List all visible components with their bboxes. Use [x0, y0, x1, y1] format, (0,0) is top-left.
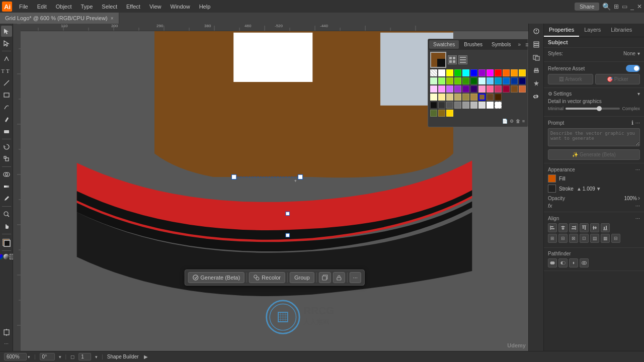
recolor-button[interactable]: Recolor: [249, 272, 285, 283]
more-tools[interactable]: ···: [1, 338, 12, 349]
swatch-color[interactable]: [495, 69, 502, 76]
swatch-color[interactable]: [511, 85, 518, 93]
scale-tool[interactable]: [1, 153, 12, 164]
dist-right-btn[interactable]: ⊠: [569, 234, 578, 243]
swatch-color[interactable]: [511, 77, 518, 84]
current-color-swatch[interactable]: [430, 52, 446, 68]
swatch-color[interactable]: [478, 94, 486, 101]
stroke-down-icon[interactable]: ▼: [596, 186, 601, 192]
align-panel-icon[interactable]: [531, 65, 542, 76]
tab-layers[interactable]: Layers: [579, 24, 606, 37]
dist-left-btn[interactable]: ⊞: [548, 234, 557, 243]
lock-button[interactable]: [333, 272, 345, 283]
type-tool[interactable]: T T: [1, 65, 12, 76]
swatch-color[interactable]: [446, 77, 453, 84]
active-tab[interactable]: Grid Logo* @ 600 % (RGB/CPU Preview) ×: [0, 13, 119, 24]
tab-properties[interactable]: Properties: [544, 24, 579, 37]
swatch-color[interactable]: [470, 77, 477, 84]
dist-center-h-btn[interactable]: ⊟: [558, 234, 568, 243]
swatch-color[interactable]: [487, 94, 494, 101]
swatch-color[interactable]: [438, 77, 445, 84]
swatch-color[interactable]: [519, 85, 526, 93]
artboard-tool[interactable]: [1, 327, 12, 338]
swatch-list-btn[interactable]: ≡: [522, 119, 525, 124]
swatch-color[interactable]: [478, 102, 486, 109]
bottom-arrow-icon[interactable]: ▶: [144, 354, 148, 359]
panel-icon[interactable]: ▭: [622, 3, 627, 10]
rotation-dropdown-icon[interactable]: ▾: [59, 354, 61, 359]
rotation-input[interactable]: 0°: [40, 353, 55, 360]
stroke-color[interactable]: [4, 240, 11, 247]
swatch-color[interactable]: [430, 85, 437, 93]
swatch-color[interactable]: [519, 69, 526, 76]
dist-center-v-btn[interactable]: ▤: [590, 234, 599, 243]
swatch-color[interactable]: [430, 94, 437, 101]
group-button[interactable]: Group: [290, 272, 314, 283]
search-icon[interactable]: 🔍: [602, 3, 611, 11]
swatch-color[interactable]: [438, 110, 445, 117]
swatch-grid-view[interactable]: [448, 55, 457, 64]
properties-icon[interactable]: [531, 26, 542, 37]
shape-builder-tool[interactable]: [1, 169, 12, 180]
menu-type[interactable]: Type: [77, 3, 97, 11]
swatch-color[interactable]: [478, 69, 486, 76]
brush-tool[interactable]: [1, 102, 12, 113]
styles-dropdown-icon[interactable]: ▾: [637, 51, 640, 56]
menu-help[interactable]: Help: [195, 3, 215, 11]
align-bottom-btn[interactable]: [601, 223, 610, 232]
swatches-tab-symbols[interactable]: Symbols: [488, 40, 515, 49]
zoom-dropdown-icon[interactable]: ▾: [28, 354, 30, 359]
swatch-color[interactable]: [430, 110, 437, 117]
swatch-color[interactable]: [446, 94, 453, 101]
swatch-add-btn[interactable]: 📄: [502, 119, 508, 124]
menu-select[interactable]: Select: [98, 3, 121, 11]
align-left-btn[interactable]: [548, 223, 557, 232]
artwork-button[interactable]: 🖼 Artwork: [548, 74, 593, 84]
eyedropper-tool[interactable]: [1, 193, 12, 204]
prompt-more-icon[interactable]: ···: [635, 120, 640, 126]
swatch-color[interactable]: [446, 85, 453, 93]
swatch-color[interactable]: [487, 85, 494, 93]
tab-close-button[interactable]: ×: [111, 16, 114, 21]
pf-intersect-btn[interactable]: [569, 258, 578, 267]
align-top-btn[interactable]: [580, 223, 589, 232]
artboard-dropdown-icon[interactable]: ▾: [95, 354, 98, 359]
menu-file[interactable]: File: [15, 3, 32, 11]
picker-button[interactable]: 🎯 Picker: [595, 74, 640, 84]
swatch-color[interactable]: [430, 77, 437, 84]
opacity-arrow-icon[interactable]: ›: [638, 195, 640, 202]
canvas-content[interactable]: + RRCG 人人素画 Swatches: [21, 31, 528, 351]
artboard-input[interactable]: 1: [78, 353, 91, 360]
zoom-control[interactable]: 600% ▾: [4, 353, 30, 360]
swatch-color[interactable]: [495, 85, 502, 93]
swatches-tab-brushes[interactable]: Brushes: [460, 40, 487, 49]
menu-edit[interactable]: Edit: [33, 3, 51, 11]
swatch-color[interactable]: [462, 69, 469, 76]
generate-beta-button[interactable]: Generate (Beta): [188, 272, 245, 283]
swatch-color[interactable]: [503, 69, 510, 76]
zoom-tool[interactable]: [1, 209, 12, 220]
swatch-color[interactable]: [478, 85, 486, 93]
swatch-color[interactable]: [454, 94, 461, 101]
swatch-color[interactable]: [454, 77, 461, 84]
transform-icon[interactable]: [531, 52, 542, 63]
gradient-icon[interactable]: [4, 254, 9, 259]
swatch-color[interactable]: [511, 69, 518, 76]
pf-exclude-btn[interactable]: [580, 258, 589, 267]
swatch-color[interactable]: [470, 69, 477, 76]
eraser-tool[interactable]: [1, 126, 12, 137]
canvas-area[interactable]: 110 200 290 380 460 -520 -440: [13, 24, 528, 351]
generate-btn-panel[interactable]: ✨ Generate (Beta): [548, 149, 640, 160]
swatch-color[interactable]: [462, 85, 469, 93]
prompt-info-icon[interactable]: ℹ: [631, 120, 633, 126]
swatch-color[interactable]: [495, 94, 502, 101]
swatch-color[interactable]: [446, 102, 453, 109]
pf-unite-btn[interactable]: [548, 258, 557, 267]
fill-color-box[interactable]: [548, 174, 556, 183]
swatch-color[interactable]: [438, 85, 445, 93]
pen-tool[interactable]: [1, 53, 12, 64]
select-tool[interactable]: [1, 26, 12, 37]
gradient-tool[interactable]: [1, 181, 12, 192]
reference-asset-toggle[interactable]: [626, 65, 640, 72]
swatches-tab-swatches[interactable]: Swatches: [429, 40, 459, 49]
